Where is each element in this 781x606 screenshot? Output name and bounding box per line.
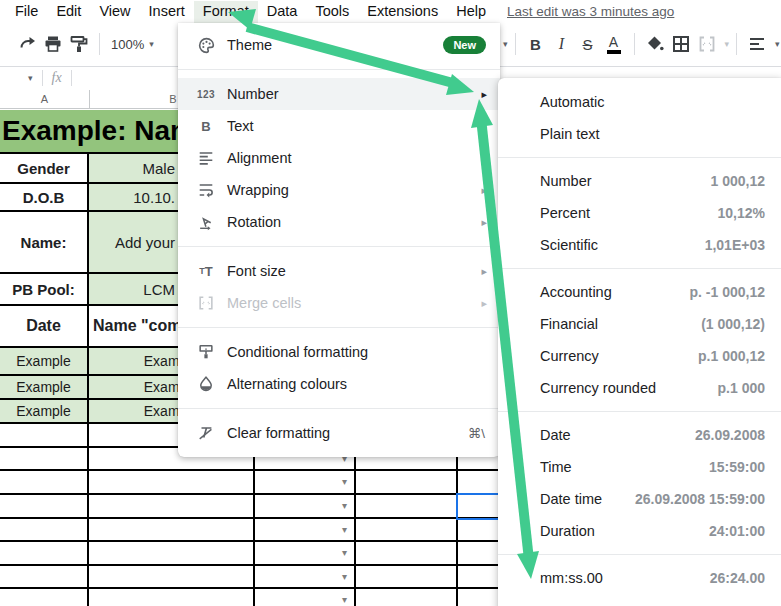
menu-item-rotation[interactable]: Rotation ▸: [178, 206, 500, 238]
menu-help[interactable]: Help: [447, 1, 495, 23]
example-cell[interactable]: Example: [0, 400, 89, 422]
submenu-item-percent[interactable]: Percent 10,12%: [498, 197, 781, 229]
bold-button[interactable]: B: [523, 31, 549, 57]
example-cell[interactable]: Example: [0, 376, 89, 398]
label-cell-name[interactable]: Name:: [0, 212, 89, 272]
menu-insert[interactable]: Insert: [140, 1, 194, 23]
cell[interactable]: ▾: [255, 542, 356, 564]
toolbar-separator: [99, 33, 100, 55]
format-example: 26:24.00: [710, 570, 765, 586]
menu-item-wrapping[interactable]: Wrapping ▸: [178, 174, 500, 206]
cell[interactable]: [356, 519, 458, 540]
example-cell[interactable]: Example: [0, 348, 89, 374]
paint-format-button[interactable]: [66, 31, 92, 57]
merge-cells-dropdown[interactable]: ▾: [725, 39, 730, 49]
menu-item-label: Number: [227, 86, 481, 102]
menu-file[interactable]: File: [6, 1, 47, 23]
cell[interactable]: [89, 589, 255, 606]
cell[interactable]: [89, 542, 255, 564]
submenu-item-financial[interactable]: Financial (1 000,12): [498, 308, 781, 340]
submenu-item-label: Date: [540, 427, 571, 443]
merge-cells-button[interactable]: [694, 31, 720, 57]
cell[interactable]: [0, 471, 89, 493]
menu-format[interactable]: Format: [194, 1, 258, 23]
dropdown-arrow-icon[interactable]: ▾: [342, 501, 347, 511]
submenu-item-currency[interactable]: Currency p.1 000,12: [498, 340, 781, 372]
dropdown-arrow-icon[interactable]: ▾: [342, 477, 347, 487]
menu-data[interactable]: Data: [258, 1, 307, 23]
cell[interactable]: [0, 424, 89, 446]
italic-button[interactable]: I: [549, 31, 575, 57]
cell[interactable]: [356, 495, 458, 517]
name-box-dropdown[interactable]: ▾: [28, 73, 33, 83]
submenu-item-date-time[interactable]: Date time 26.09.2008 15:59:00: [498, 483, 781, 515]
cell[interactable]: [0, 519, 89, 540]
separator: [71, 70, 72, 86]
menu-item-conditional-formatting[interactable]: Conditional formatting: [178, 336, 500, 368]
cell[interactable]: [0, 542, 89, 564]
submenu-item-number[interactable]: Number 1 000,12: [498, 165, 781, 197]
cell[interactable]: [0, 495, 89, 517]
menu-view[interactable]: View: [90, 1, 139, 23]
cell[interactable]: [89, 471, 255, 493]
cell[interactable]: [89, 495, 255, 517]
cell[interactable]: ▾: [255, 589, 356, 606]
menu-item-theme[interactable]: Theme New: [178, 29, 500, 61]
zoom-control[interactable]: 100% ▾: [111, 37, 154, 52]
merge-cells-icon: [193, 294, 219, 312]
toolbar-separator: [736, 33, 737, 55]
label-cell-gender[interactable]: Gender: [0, 154, 89, 182]
submenu-item-date[interactable]: Date 26.09.2008: [498, 419, 781, 451]
submenu-item-accounting[interactable]: Accounting p. -1 000,12: [498, 276, 781, 308]
dropdown-arrow-icon[interactable]: ▾: [342, 525, 347, 535]
borders-button[interactable]: [668, 31, 694, 57]
cell[interactable]: [0, 566, 89, 587]
cell[interactable]: [356, 566, 458, 587]
menu-item-font-size[interactable]: TT Font size ▸: [178, 255, 500, 287]
submenu-item-mmss[interactable]: mm:ss.00 26:24.00: [498, 562, 781, 594]
menu-item-alignment[interactable]: Alignment ▸: [178, 142, 500, 174]
print-button[interactable]: [40, 31, 66, 57]
header-cell-date[interactable]: Date: [0, 306, 89, 346]
cell[interactable]: ▾: [255, 519, 356, 540]
menu-item-clear-formatting[interactable]: Clear formatting ⌘\: [178, 417, 500, 449]
submenu-item-scientific[interactable]: Scientific 1,01E+03: [498, 229, 781, 261]
label-cell-pbpool[interactable]: PB Pool:: [0, 274, 89, 304]
cell[interactable]: ▾: [255, 566, 356, 587]
fill-color-button[interactable]: [642, 31, 668, 57]
cell[interactable]: ▾: [255, 471, 356, 493]
cell[interactable]: ▾: [255, 495, 356, 517]
chevron-down-icon[interactable]: ▾: [503, 39, 508, 49]
cell[interactable]: [89, 566, 255, 587]
cell[interactable]: [356, 589, 458, 606]
submenu-item-time[interactable]: Time 15:59:00: [498, 451, 781, 483]
strikethrough-button[interactable]: S: [575, 31, 601, 57]
alternating-colours-icon: [193, 375, 219, 393]
menu-divider: [498, 157, 781, 158]
column-header-a[interactable]: A: [0, 90, 90, 109]
submenu-item-duration[interactable]: Duration 24:01:00: [498, 515, 781, 547]
redo-button[interactable]: [14, 31, 40, 57]
text-color-button[interactable]: A: [601, 31, 627, 57]
menu-item-number[interactable]: 123 Number ▸: [178, 78, 500, 110]
submenu-item-plain-text[interactable]: Plain text: [498, 118, 781, 150]
cell[interactable]: [89, 519, 255, 540]
cell[interactable]: [0, 589, 89, 606]
dropdown-arrow-icon[interactable]: ▾: [342, 595, 347, 605]
dropdown-arrow-icon[interactable]: ▾: [342, 548, 347, 558]
dropdown-arrow-icon[interactable]: ▾: [342, 572, 347, 582]
menu-extensions[interactable]: Extensions: [358, 1, 447, 23]
submenu-item-currency-rounded[interactable]: Currency rounded p.1 000: [498, 372, 781, 404]
menu-item-merge-cells[interactable]: Merge cells ▸: [178, 287, 500, 319]
cell[interactable]: [356, 542, 458, 564]
menu-item-text[interactable]: B Text ▸: [178, 110, 500, 142]
submenu-item-automatic[interactable]: Automatic: [498, 86, 781, 118]
cell[interactable]: [0, 448, 89, 469]
menu-item-alternating-colours[interactable]: Alternating colours: [178, 368, 500, 400]
menu-edit[interactable]: Edit: [47, 1, 90, 23]
menu-tools[interactable]: Tools: [306, 1, 358, 23]
cell[interactable]: [356, 471, 458, 493]
label-cell-dob[interactable]: D.O.B: [0, 184, 89, 210]
horizontal-align-button[interactable]: [744, 31, 770, 57]
last-edit-link[interactable]: Last edit was 3 minutes ago: [507, 4, 674, 19]
